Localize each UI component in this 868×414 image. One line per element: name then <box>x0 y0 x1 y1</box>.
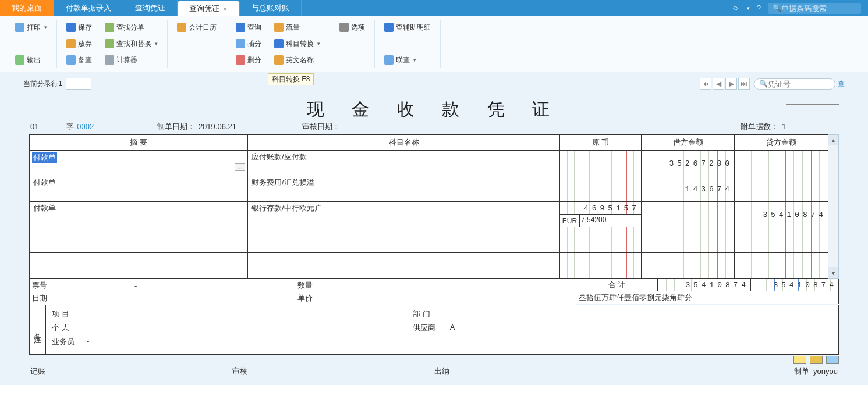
orig-amount-cell[interactable]: 4695157 <box>560 202 641 214</box>
scroll-up-icon[interactable]: ▲ <box>828 135 838 145</box>
summary-cell[interactable]: 付款单 <box>32 152 57 163</box>
accounting-calendar-button[interactable]: 会计日历 <box>175 20 219 35</box>
audit-label: 审核日期： <box>302 122 340 131</box>
english-icon <box>274 55 284 65</box>
col-debit-header: 借方金额 <box>642 135 735 150</box>
tab-payment-entry[interactable]: 付款单据录入 <box>54 0 123 16</box>
find-replace-button[interactable]: 查找和替换▾ <box>102 36 160 51</box>
smiley-icon[interactable]: ☺ <box>732 4 739 12</box>
find-replace-icon <box>105 39 114 48</box>
save-icon <box>66 23 76 32</box>
save-button[interactable]: 保存 <box>64 20 94 35</box>
credit-cell[interactable] <box>735 151 828 176</box>
remark-block: 备注 项 目部 门 个 人供应商 A 业务员- <box>29 305 839 355</box>
status-icon[interactable] <box>826 356 839 364</box>
col-credit-header: 贷方金额 <box>735 135 828 150</box>
barcode-search-input[interactable] <box>781 4 856 13</box>
link-icon <box>384 55 394 65</box>
debit-cell[interactable]: 143674 <box>642 176 734 201</box>
debit-cell[interactable] <box>642 202 734 227</box>
debit-cell[interactable]: 35267200 <box>642 151 734 176</box>
total-credit: 35410874 <box>751 279 838 291</box>
ellipsis-button[interactable]: … <box>235 163 245 171</box>
search-icon: 🔍 <box>773 4 781 12</box>
entry-row[interactable] <box>30 252 828 278</box>
currency-cell[interactable]: EUR <box>560 215 580 227</box>
credit-cell[interactable] <box>735 176 828 201</box>
voucher-meta: 01 字 0002 制单日期： 2019.06.21 审核日期： 附单据数： 1 <box>29 122 839 132</box>
flow-button[interactable]: 流量 <box>272 20 323 35</box>
tooltip: 科目转换 F8 <box>268 73 314 85</box>
current-row-input[interactable] <box>66 78 91 90</box>
voucher-number[interactable]: 0002 <box>76 122 111 131</box>
tab-desktop[interactable]: 我的桌面 <box>0 0 54 16</box>
attach-count[interactable]: 1 <box>781 122 839 131</box>
status-icon[interactable] <box>793 356 806 364</box>
tab-query-voucher-1[interactable]: 查询凭证 <box>123 0 178 16</box>
top-tabs: 我的桌面 付款单据录入 查询凭证 查询凭证× 与总账对账 ☺ ▾ ? 🔍 <box>0 0 868 16</box>
rate-cell[interactable]: 7.54200 <box>580 215 641 227</box>
aux-detail-button[interactable]: 查辅助明细 <box>382 20 433 35</box>
voucher-prefix[interactable]: 01 <box>29 122 64 131</box>
voucher-area: 现 金 收 款 凭 证 01 字 0002 制单日期： 2019.06.21 审… <box>0 95 868 385</box>
summary-cell[interactable]: 付款单 <box>32 177 57 187</box>
voucher-title: 现 金 收 款 凭 证 <box>29 95 839 125</box>
subject-cell[interactable]: 财务费用/汇兑损溢 <box>250 177 316 187</box>
attach-label: 附单据数： <box>741 122 778 131</box>
voucher-search-input[interactable] <box>768 80 830 88</box>
flow-icon <box>274 23 284 32</box>
search-go-button[interactable]: 查 <box>838 79 845 89</box>
find-icon <box>105 23 114 32</box>
entry-row[interactable]: 付款单 银行存款/中行欧元户 4695157 EUR7.54200 354108… <box>30 201 828 227</box>
voucher-date[interactable]: 2019.06.21 <box>197 122 256 131</box>
voucher-footer: 记账 审核 出纳 制单 yonyou <box>29 364 839 379</box>
grid-scrollbar[interactable]: ▲ ▼ <box>828 134 839 279</box>
query-button[interactable]: 查询 <box>233 20 264 35</box>
query-icon <box>236 23 245 32</box>
summary-cell[interactable]: 付款单 <box>32 203 57 213</box>
link-query-button[interactable]: 联查▾ <box>382 52 433 67</box>
ribbon: 打印▾ 输出 保存 放弃 备查 查找分单 查找和替换▾ 计算器 会计日历 查询 … <box>0 16 868 72</box>
insert-split-button[interactable]: 插分 <box>233 36 264 51</box>
col-orig-header: 原 币 <box>560 135 642 150</box>
close-icon[interactable]: × <box>223 5 228 13</box>
prev-button[interactable]: ◀ <box>713 78 724 90</box>
options-button[interactable]: 选项 <box>337 20 367 35</box>
voucher-search[interactable]: 🔍 <box>754 78 835 90</box>
search-icon: 🔍 <box>759 80 768 88</box>
col-subject-header: 科目名称 <box>248 135 560 150</box>
subject-cell[interactable]: 应付账款/应付款 <box>250 152 308 162</box>
delete-split-button[interactable]: 删分 <box>233 52 264 67</box>
insert-icon <box>236 39 245 48</box>
amount-in-words: 叁拾伍万肆仟壹佰零捌元柒角肆分 <box>576 291 838 304</box>
entry-row[interactable]: 付款单… 应付账款/应付款 35267200 <box>30 150 828 176</box>
smiley-caret-icon[interactable]: ▾ <box>747 5 750 11</box>
first-button[interactable]: ⏮ <box>700 78 711 90</box>
status-icon[interactable] <box>810 356 823 364</box>
discard-icon <box>66 39 76 48</box>
subject-convert-icon <box>274 39 284 48</box>
credit-cell[interactable]: 35410874 <box>735 202 828 227</box>
english-name-button[interactable]: 英文名称 <box>272 52 323 67</box>
calculator-button[interactable]: 计算器 <box>102 52 160 67</box>
tab-query-voucher-2[interactable]: 查询凭证× <box>178 1 240 16</box>
print-button[interactable]: 打印▾ <box>13 20 49 35</box>
date-label: 制单日期： <box>157 122 195 131</box>
total-label: 合 计 <box>576 279 658 291</box>
beicha-button[interactable]: 备查 <box>64 52 94 67</box>
export-button[interactable]: 输出 <box>13 52 49 67</box>
barcode-search[interactable]: 🔍 <box>768 3 861 14</box>
find-split-button[interactable]: 查找分单 <box>102 20 160 35</box>
entry-row[interactable] <box>30 227 828 252</box>
subject-convert-button[interactable]: 科目转换▾ <box>272 36 323 51</box>
delete-icon <box>236 55 245 65</box>
help-icon[interactable]: ? <box>757 4 761 12</box>
discard-button[interactable]: 放弃 <box>64 36 94 51</box>
entry-row[interactable]: 付款单 财务费用/汇兑损溢 143674 <box>30 176 828 201</box>
subject-cell[interactable]: 银行存款/中行欧元户 <box>250 203 323 213</box>
next-button[interactable]: ▶ <box>725 78 737 90</box>
tab-reconcile[interactable]: 与总账对账 <box>240 0 302 16</box>
scroll-down-icon[interactable]: ▼ <box>828 267 838 278</box>
beicha-icon <box>66 55 76 65</box>
last-button[interactable]: ⏭ <box>738 78 750 90</box>
